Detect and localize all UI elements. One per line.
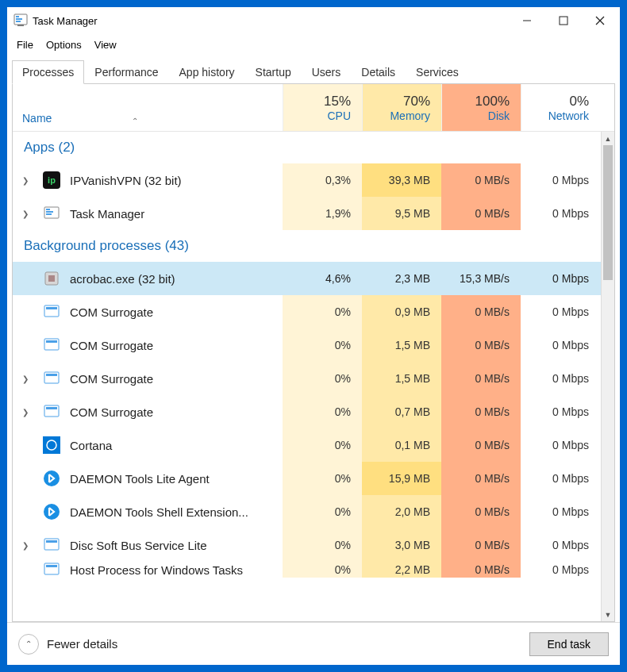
- process-row[interactable]: ❯COM Surrogate0%1,5 MB0 MB/s0 Mbps: [13, 362, 614, 395]
- cell-cpu: 4,6%: [283, 262, 362, 295]
- tab-startup[interactable]: Startup: [245, 60, 302, 84]
- cell-disk: 15,3 MB/s: [441, 262, 521, 295]
- process-row[interactable]: ❯Disc Soft Bus Service Lite0%3,0 MB0 MB/…: [13, 528, 614, 562]
- column-network[interactable]: 0%Network: [521, 84, 600, 131]
- process-row[interactable]: DAEMON Tools Shell Extension...0%2,0 MB0…: [13, 495, 614, 528]
- menu-view[interactable]: View: [88, 37, 123, 52]
- cell-cpu: 0%: [283, 295, 362, 328]
- cell-memory: 39,3 MB: [362, 163, 441, 197]
- column-label: CPU: [327, 109, 351, 122]
- process-name: COM Surrogate: [67, 339, 283, 352]
- expand-toggle[interactable]: ❯: [17, 374, 33, 383]
- cell-disk: 0 MB/s: [441, 495, 521, 528]
- cell-memory: 0,7 MB: [362, 395, 441, 428]
- vertical-scrollbar[interactable]: ▲ ▼: [601, 132, 614, 621]
- tab-processes[interactable]: Processes: [12, 60, 84, 84]
- svg-rect-3: [16, 21, 21, 22]
- column-memory[interactable]: 70%Memory: [362, 84, 441, 131]
- tab-details[interactable]: Details: [351, 60, 406, 84]
- minimize-button[interactable]: [509, 8, 545, 33]
- cell-network: 0 Mbps: [521, 295, 600, 328]
- process-row[interactable]: ❯Task Manager1,9%9,5 MB0 MB/s0 Mbps: [13, 197, 614, 230]
- expand-toggle[interactable]: ❯: [17, 408, 33, 417]
- menu-file[interactable]: File: [10, 37, 40, 52]
- cell-memory: 2,2 MB: [362, 562, 441, 578]
- group-header: Apps (2): [13, 132, 614, 163]
- end-task-button[interactable]: End task: [529, 632, 609, 656]
- column-pct: 15%: [324, 94, 351, 109]
- process-row[interactable]: COM Surrogate0%1,5 MB0 MB/s0 Mbps: [13, 328, 614, 362]
- cell-network: 0 Mbps: [521, 495, 600, 528]
- maximize-button[interactable]: [545, 8, 582, 33]
- cell-memory: 0,9 MB: [362, 295, 441, 328]
- cell-disk: 0 MB/s: [441, 528, 521, 562]
- process-row[interactable]: DAEMON Tools Lite Agent0%15,9 MB0 MB/s0 …: [13, 462, 614, 495]
- column-name-label: Name: [22, 112, 52, 125]
- cell-cpu: 1,9%: [283, 197, 362, 230]
- fewer-details-toggle[interactable]: ⌃: [18, 634, 39, 655]
- process-name: acrobac.exe (32 bit): [67, 272, 283, 286]
- tab-services[interactable]: Services: [406, 60, 469, 84]
- process-name: Host Process for Windows Tasks: [67, 563, 283, 577]
- process-row[interactable]: Cortana0%0,1 MB0 MB/s0 Mbps: [13, 428, 614, 462]
- cell-memory: 2,0 MB: [362, 495, 441, 528]
- process-list-panel: ⌃ Name 15%CPU70%Memory100%Disk0%Network …: [12, 84, 615, 622]
- cell-network: 0 Mbps: [521, 562, 600, 578]
- process-name: IPVanishVPN (32 bit): [67, 174, 283, 187]
- expand-toggle[interactable]: ❯: [17, 541, 33, 550]
- close-button[interactable]: [582, 8, 618, 33]
- window-title: Task Manager: [33, 15, 98, 27]
- process-row[interactable]: ❯ipIPVanishVPN (32 bit)0,3%39,3 MB0 MB/s…: [13, 163, 614, 197]
- scroll-down-button[interactable]: ▼: [602, 608, 614, 621]
- process-row[interactable]: acrobac.exe (32 bit)4,6%2,3 MB15,3 MB/s0…: [13, 262, 614, 295]
- column-pct: 100%: [475, 94, 510, 109]
- task-manager-window: Task Manager File Options View Processes…: [6, 6, 621, 666]
- svg-rect-14: [46, 213, 52, 215]
- cell-disk: 0 MB/s: [441, 428, 521, 462]
- cell-disk: 0 MB/s: [441, 197, 521, 230]
- process-icon: [43, 403, 60, 420]
- process-row[interactable]: ❯COM Surrogate0%0,7 MB0 MB/s0 Mbps: [13, 395, 614, 428]
- column-cpu[interactable]: 15%CPU: [283, 84, 362, 131]
- tab-performance[interactable]: Performance: [84, 60, 168, 84]
- process-name: Cortana: [67, 439, 283, 452]
- tab-strip: ProcessesPerformanceApp historyStartupUs…: [12, 60, 615, 84]
- process-icon: [43, 436, 60, 454]
- cell-network: 0 Mbps: [521, 328, 600, 362]
- process-icon: [43, 503, 60, 520]
- cell-cpu: 0%: [283, 328, 362, 362]
- cell-network: 0 Mbps: [521, 395, 600, 428]
- cell-memory: 0,1 MB: [362, 428, 441, 462]
- svg-rect-1: [16, 16, 19, 17]
- process-name: Task Manager: [67, 207, 283, 221]
- process-row[interactable]: COM Surrogate0%0,9 MB0 MB/s0 Mbps: [13, 295, 614, 328]
- expand-toggle[interactable]: ❯: [17, 176, 33, 185]
- tab-users[interactable]: Users: [302, 60, 352, 84]
- menu-options[interactable]: Options: [40, 37, 88, 52]
- svg-rect-18: [46, 307, 57, 309]
- scroll-thumb[interactable]: [603, 145, 613, 280]
- process-icon: [43, 336, 60, 354]
- cell-network: 0 Mbps: [521, 462, 600, 495]
- column-name[interactable]: ⌃ Name: [13, 112, 283, 131]
- process-name: COM Surrogate: [67, 372, 283, 386]
- tab-app-history[interactable]: App history: [169, 60, 245, 84]
- footer-bar: ⌃ Fewer details End task: [7, 622, 620, 665]
- cell-cpu: 0%: [283, 362, 362, 395]
- cell-cpu: 0%: [283, 395, 362, 428]
- process-name: COM Surrogate: [67, 305, 283, 319]
- cell-memory: 1,5 MB: [362, 362, 441, 395]
- group-header: Background processes (43): [13, 230, 614, 262]
- scroll-up-button[interactable]: ▲: [602, 132, 614, 145]
- cell-disk: 0 MB/s: [441, 362, 521, 395]
- column-disk[interactable]: 100%Disk: [441, 84, 521, 131]
- chevron-up-icon: ⌃: [25, 639, 32, 648]
- svg-rect-13: [46, 211, 53, 213]
- process-name: COM Surrogate: [67, 405, 283, 419]
- app-icon: [13, 13, 28, 28]
- expand-toggle[interactable]: ❯: [17, 209, 33, 218]
- process-row[interactable]: Host Process for Windows Tasks0%2,2 MB0 …: [13, 562, 614, 578]
- cell-network: 0 Mbps: [521, 362, 600, 395]
- cell-memory: 9,5 MB: [362, 197, 441, 230]
- svg-rect-25: [43, 436, 60, 454]
